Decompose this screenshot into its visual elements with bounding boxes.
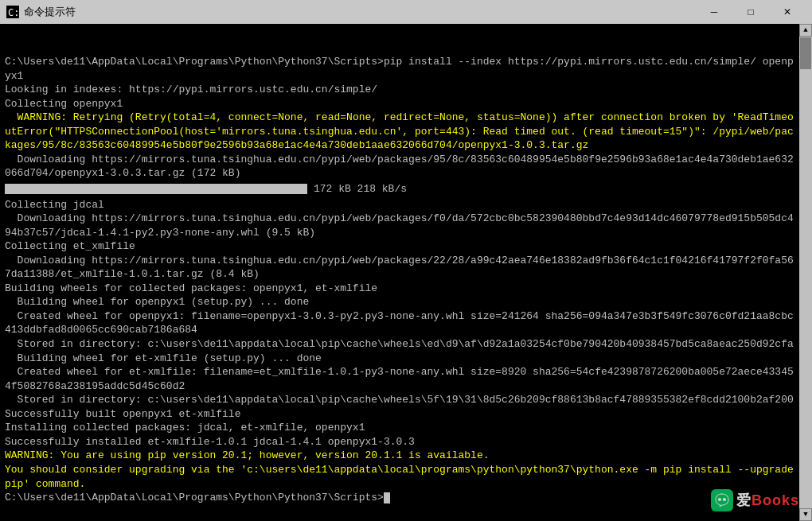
- window-controls: ─ □ ✕: [696, 0, 806, 24]
- scroll-down-arrow[interactable]: ▼: [799, 508, 812, 521]
- terminal-line: You should consider upgrading via the 'c…: [5, 463, 794, 491]
- watermark-text: 爱Books: [736, 491, 799, 510]
- terminal-line: Collecting et_xmlfile: [5, 239, 794, 254]
- close-button[interactable]: ✕: [769, 0, 806, 24]
- terminal-line: Installing collected packages: jdcal, et…: [5, 421, 794, 435]
- terminal-line: Downloading https://mirrors.tuna.tsinghu…: [5, 153, 794, 181]
- terminal-line: Successfully built openpyx1 et-xmlfile: [5, 407, 794, 422]
- terminal-line: Created wheel for et-xmlfile: filename=e…: [5, 365, 794, 393]
- terminal-line: Downloading https://mirrors.tuna.tsinghu…: [5, 254, 794, 282]
- cursor: [384, 492, 390, 504]
- terminal-line: WARNING: You are using pip version 20.1;…: [5, 449, 794, 463]
- svg-point-3: [723, 498, 726, 501]
- svg-point-2: [718, 498, 721, 501]
- maximize-button[interactable]: □: [732, 0, 769, 24]
- terminal-line: Stored in directory: c:\users\de11\appda…: [5, 393, 794, 407]
- terminal-line: Building wheel for openpyx1 (setup.py) .…: [5, 295, 794, 309]
- title-bar: C:\ 命令提示符 ─ □ ✕: [0, 0, 812, 24]
- terminal-wrapper: C:\Users\de11\AppData\Local\Programs\Pyt…: [0, 24, 812, 521]
- terminal-line: C:\Users\de11\AppData\Local\Programs\Pyt…: [5, 55, 794, 83]
- scroll-thumb[interactable]: [800, 37, 811, 69]
- terminal-line: Building wheels for collected packages: …: [5, 282, 794, 296]
- scroll-track: [799, 37, 812, 508]
- terminal-line: Looking in indexes: https://pypi.mirrors…: [5, 83, 794, 97]
- scrollbar[interactable]: ▲ ▼: [799, 24, 812, 521]
- progress-bar: [5, 184, 307, 194]
- svg-text:C:\: C:\: [8, 7, 19, 18]
- scroll-up-arrow[interactable]: ▲: [799, 24, 812, 37]
- minimize-button[interactable]: ─: [696, 0, 732, 24]
- app-icon: C:\: [6, 6, 19, 18]
- progress-info: 172 kB 218 kB/s: [314, 182, 407, 196]
- terminal-line: Collecting openpyx1: [5, 97, 794, 111]
- wechat-icon: [711, 489, 733, 511]
- terminal-line: Downloading https://mirrors.tuna.tsinghu…: [5, 212, 794, 239]
- terminal-line: Successfully installed et-xmlfile-1.0.1 …: [5, 435, 794, 449]
- terminal-output[interactable]: C:\Users\de11\AppData\Local\Programs\Pyt…: [0, 24, 799, 521]
- watermark: 爱Books: [711, 489, 799, 511]
- terminal-line: Building wheel for et-xmlfile (setup.py)…: [5, 352, 794, 366]
- terminal-line: Collecting jdcal: [5, 198, 794, 212]
- terminal-line: Stored in directory: c:\users\de11\appda…: [5, 337, 794, 352]
- terminal-line: C:\Users\de11\AppData\Local\Programs\Pyt…: [5, 491, 794, 505]
- terminal-line: WARNING: Retrying (Retry(total=4, connec…: [5, 111, 794, 153]
- window-title: 命令提示符: [24, 5, 696, 19]
- terminal-line: Created wheel for openpyx1: filename=ope…: [5, 309, 794, 337]
- progress-bar-container: 172 kB 218 kB/s: [5, 182, 794, 196]
